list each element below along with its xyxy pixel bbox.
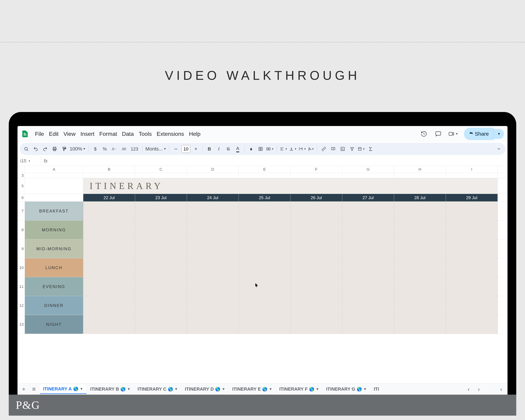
cell[interactable] — [187, 221, 239, 239]
column-header-C[interactable]: C — [135, 166, 187, 173]
text-color-button[interactable]: A — [234, 145, 242, 153]
cell[interactable] — [394, 315, 446, 334]
insert-chart-button[interactable] — [339, 145, 347, 153]
fill-color-button[interactable] — [247, 145, 255, 153]
filter-button[interactable] — [348, 145, 356, 153]
row-header[interactable]: 5 — [18, 178, 25, 194]
time-slot-label[interactable]: BREAKFAST — [25, 202, 83, 220]
sheet-tab[interactable]: ITINERARY E🌎▼ — [229, 385, 275, 393]
cell[interactable] — [394, 296, 446, 315]
cell[interactable] — [446, 315, 498, 334]
date-header[interactable]: 24 Jul — [187, 194, 239, 201]
time-slot-label[interactable]: LUNCH — [25, 258, 83, 277]
cell[interactable] — [25, 194, 83, 201]
cell[interactable] — [83, 258, 135, 277]
cell[interactable] — [394, 202, 446, 220]
cell[interactable] — [446, 277, 498, 296]
cell[interactable] — [394, 221, 446, 239]
time-slot-label[interactable]: MORNING — [25, 221, 83, 239]
cell[interactable] — [135, 296, 187, 315]
date-header[interactable]: 22 Jul — [83, 194, 135, 201]
rotate-button[interactable]: A▼ — [308, 145, 314, 153]
cell[interactable] — [187, 258, 239, 277]
chevron-down-icon[interactable]: ▼ — [269, 387, 272, 391]
cell[interactable] — [187, 173, 239, 178]
font-size-input[interactable] — [181, 145, 190, 153]
italic-button[interactable]: I — [215, 145, 223, 153]
cell[interactable] — [135, 277, 187, 296]
cell[interactable] — [239, 239, 291, 258]
cell[interactable] — [83, 277, 135, 296]
cell[interactable] — [187, 277, 239, 296]
share-dropdown-button[interactable]: ▼ — [494, 129, 504, 139]
cell[interactable] — [239, 221, 291, 239]
menu-extensions[interactable]: Extensions — [154, 129, 187, 139]
functions-button[interactable]: Σ — [367, 145, 375, 153]
column-header-I[interactable]: I — [446, 166, 498, 173]
cell[interactable] — [135, 258, 187, 277]
sheet-tab[interactable]: ITINERARY C🌎▼ — [134, 385, 181, 393]
cell[interactable] — [394, 239, 446, 258]
borders-button[interactable] — [257, 145, 264, 153]
name-box[interactable]: i15 ▼ — [18, 156, 41, 166]
currency-button[interactable]: $ — [91, 145, 99, 153]
cell[interactable] — [83, 202, 135, 220]
chevron-down-icon[interactable]: ▼ — [316, 387, 319, 391]
history-icon[interactable] — [420, 130, 428, 138]
chevron-down-icon[interactable]: ▼ — [127, 387, 131, 391]
cell[interactable] — [239, 296, 291, 315]
h-align-button[interactable]: ▼ — [280, 145, 287, 153]
date-header[interactable]: 27 Jul — [342, 194, 394, 201]
cell[interactable] — [83, 296, 135, 315]
sheet-tab[interactable]: ITINERARY A🌎▼ — [40, 384, 86, 394]
sheet-tab[interactable]: ITINERARY F🌎▼ — [276, 385, 322, 393]
cell[interactable] — [135, 239, 187, 258]
scroll-tabs-right[interactable]: › — [475, 385, 483, 393]
menu-edit[interactable]: Edit — [47, 129, 61, 139]
column-header-B[interactable]: B — [83, 166, 135, 173]
time-slot-label[interactable]: EVENING — [25, 277, 83, 296]
row-header[interactable]: 11 — [18, 277, 25, 296]
cell[interactable] — [83, 173, 135, 178]
date-header[interactable]: 25 Jul — [239, 194, 291, 201]
cell[interactable] — [342, 258, 394, 277]
column-header-D[interactable]: D — [187, 166, 239, 173]
cell[interactable] — [394, 277, 446, 296]
time-slot-label[interactable]: DINNER — [25, 296, 83, 315]
cell[interactable] — [342, 277, 394, 296]
cell[interactable] — [291, 296, 342, 315]
search-icon[interactable] — [22, 145, 30, 153]
cell[interactable] — [446, 296, 498, 315]
cell[interactable] — [239, 173, 291, 178]
column-header-A[interactable]: A — [25, 166, 83, 173]
row-header[interactable]: 9 — [18, 239, 25, 258]
redo-button[interactable] — [41, 145, 49, 153]
cell[interactable] — [25, 178, 83, 194]
time-slot-label[interactable]: MID-MORNING — [25, 239, 83, 258]
cell[interactable] — [239, 277, 291, 296]
cell[interactable] — [342, 239, 394, 258]
zoom-dropdown[interactable]: 100% ▼ — [70, 146, 85, 152]
select-all-corner[interactable] — [18, 166, 25, 173]
cell[interactable] — [187, 296, 239, 315]
cell[interactable] — [135, 202, 187, 220]
sheet-tab[interactable]: ITINERARY D🌎▼ — [182, 385, 228, 393]
paint-format-button[interactable] — [60, 145, 68, 153]
number-format-button[interactable]: 123 — [129, 145, 140, 153]
date-header[interactable]: 28 Jul — [394, 194, 446, 201]
cell[interactable] — [83, 315, 135, 334]
column-header-E[interactable]: E — [239, 166, 291, 173]
font-dropdown[interactable]: Monts... ▼ — [145, 146, 166, 152]
insert-comment-button[interactable] — [329, 145, 337, 153]
increase-font-button[interactable]: + — [192, 145, 200, 153]
comment-icon[interactable] — [434, 130, 443, 138]
cell[interactable] — [83, 239, 135, 258]
share-button[interactable]: Share — [464, 128, 494, 140]
merge-button[interactable]: ▼ — [266, 145, 274, 153]
date-header[interactable]: 23 Jul — [135, 194, 187, 201]
menu-tools[interactable]: Tools — [136, 129, 154, 139]
row-header[interactable]: 12 — [18, 296, 25, 315]
cell[interactable] — [342, 202, 394, 220]
cell[interactable] — [394, 258, 446, 277]
sheet-tab[interactable]: ITI — [371, 385, 382, 393]
